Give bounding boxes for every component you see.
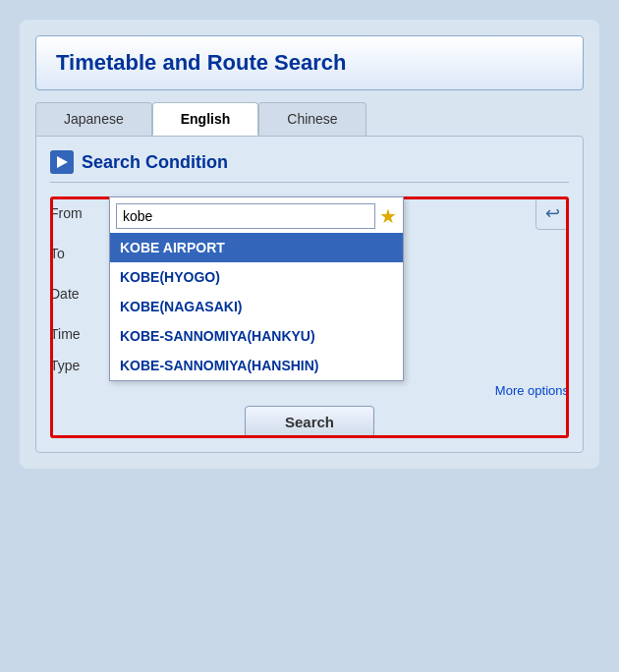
time-label: Time bbox=[50, 326, 104, 342]
star-icon[interactable]: ★ bbox=[379, 204, 397, 228]
tab-chinese[interactable]: Chinese bbox=[258, 102, 366, 136]
dropdown-item-kobe-nagasaki[interactable]: KOBE(NAGASAKI) bbox=[110, 292, 403, 321]
form-section-wrap: ★ KOBE AIRPORT KOBE(HYOGO) KOBE(NAGASAKI… bbox=[50, 196, 569, 438]
section-title: Search Condition bbox=[82, 152, 228, 173]
dropdown-popup: ★ KOBE AIRPORT KOBE(HYOGO) KOBE(NAGASAKI… bbox=[109, 196, 404, 381]
more-options-link[interactable]: More options bbox=[50, 383, 569, 398]
dropdown-input-row: ★ bbox=[110, 197, 403, 233]
search-button[interactable]: Search bbox=[245, 406, 374, 438]
date-label: Date bbox=[50, 286, 104, 302]
page-title: Timetable and Route Search bbox=[56, 50, 563, 76]
title-box: Timetable and Route Search bbox=[35, 35, 584, 90]
dropdown-list: KOBE AIRPORT KOBE(HYOGO) KOBE(NAGASAKI) … bbox=[110, 233, 403, 380]
tab-english[interactable]: English bbox=[152, 102, 259, 136]
main-panel: Search Condition ★ KOBE AIRPORT KOBE(HYO… bbox=[35, 136, 584, 453]
type-label: Type bbox=[50, 358, 104, 373]
to-label: To bbox=[50, 246, 104, 261]
tabs-row: Japanese English Chinese bbox=[35, 102, 584, 136]
dropdown-item-kobe-sannomiya-hanshin[interactable]: KOBE-SANNOMIYA(HANSHIN) bbox=[110, 351, 403, 380]
dropdown-item-kobe-hyogo[interactable]: KOBE(HYOGO) bbox=[110, 262, 403, 292]
reset-button[interactable]: ↩ bbox=[535, 196, 569, 230]
from-input[interactable] bbox=[116, 203, 375, 229]
search-btn-row: Search bbox=[50, 406, 569, 438]
outer-container: Timetable and Route Search Japanese Engl… bbox=[20, 20, 599, 469]
section-header: Search Condition bbox=[50, 150, 569, 183]
play-icon bbox=[50, 150, 74, 174]
dropdown-item-kobe-sannomiya-hankyu[interactable]: KOBE-SANNOMIYA(HANKYU) bbox=[110, 321, 403, 351]
from-label: From bbox=[50, 205, 104, 221]
dropdown-item-kobe-airport[interactable]: KOBE AIRPORT bbox=[110, 233, 403, 262]
tab-japanese[interactable]: Japanese bbox=[35, 102, 152, 136]
